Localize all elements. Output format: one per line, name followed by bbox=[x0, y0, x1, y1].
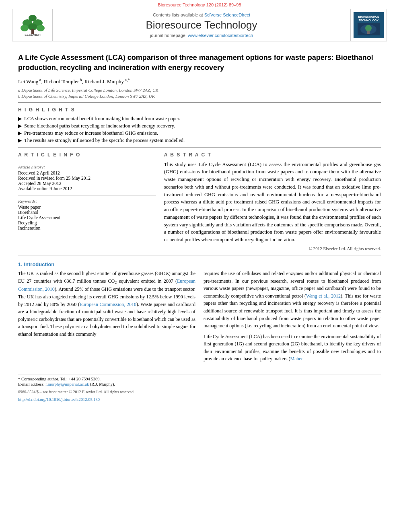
affil-sup-b: b bbox=[79, 78, 82, 82]
highlight-arrow-4: ▶ bbox=[18, 138, 22, 144]
keyword-5: Incineration bbox=[18, 226, 156, 230]
header-center: Contents lists available at SciVerse Sci… bbox=[53, 9, 350, 41]
revised-date: Received in revised form 25 May 2012 bbox=[18, 176, 156, 181]
intro-para2: requires the use of cellulases and relat… bbox=[204, 270, 381, 330]
doi-link[interactable]: http://dx.doi.org/10.1016/j.biortech.201… bbox=[18, 397, 100, 402]
email-link[interactable]: r.murphy@imperial.ac.uk bbox=[45, 382, 89, 386]
accepted-date: Accepted 28 May 2012 bbox=[18, 181, 156, 186]
divider-after-highlights bbox=[18, 148, 381, 148]
badge-line2: TECHNOLOGY bbox=[359, 18, 378, 22]
received-date: Received 2 April 2012 bbox=[18, 170, 156, 175]
link-wang-2012[interactable]: Wang et al., 2012 bbox=[306, 293, 341, 299]
highlight-arrow-2: ▶ bbox=[18, 123, 22, 129]
homepage-link[interactable]: www.elsevier.com/locate/biortech bbox=[188, 33, 253, 38]
copyright-notice: © 2012 Elsevier Ltd. All rights reserved… bbox=[164, 246, 381, 251]
svg-point-3 bbox=[21, 25, 29, 31]
journal-header: ELSEVIER Contents lists available at Sci… bbox=[12, 9, 387, 41]
intro-heading: 1. Introduction bbox=[18, 261, 381, 267]
divider-after-affiliations bbox=[18, 103, 381, 103]
keyword-4: Recycling bbox=[18, 220, 156, 225]
journal-reference: Bioresource Technology 120 (2012) 89–98 bbox=[0, 0, 399, 9]
keywords-block: Keywords: Waste paper Bioethanol Life Cy… bbox=[18, 199, 156, 230]
email-note: E-mail address: r.murphy@imperial.ac.uk … bbox=[18, 382, 381, 386]
intro-col2: requires the use of cellulases and relat… bbox=[204, 270, 381, 366]
keyword-1: Waste paper bbox=[18, 205, 156, 210]
footer-section: * Corresponding author. Tel.: +44 20 759… bbox=[18, 374, 381, 402]
keyword-3: Life Cycle Assessment bbox=[18, 215, 156, 220]
article-info-column: A R T I C L E I N F O Article history: R… bbox=[18, 152, 156, 251]
keyword-2: Bioethanol bbox=[18, 210, 156, 215]
badge-line1: BIORESOURCE bbox=[358, 15, 379, 18]
divider-before-intro bbox=[18, 255, 381, 255]
intro-col1: The UK is ranked as the second highest e… bbox=[18, 270, 195, 366]
highlight-text-3: Pre-treatments may reduce or increase bi… bbox=[24, 130, 158, 136]
main-content: A Life Cycle Assessment (LCA) comparison… bbox=[0, 41, 399, 406]
introduction-section: 1. Introduction The UK is ranked as the … bbox=[18, 261, 381, 366]
page-footer-doi: http://dx.doi.org/10.1016/j.biortech.201… bbox=[18, 397, 381, 402]
link-mabee[interactable]: Mabee bbox=[290, 356, 304, 362]
highlight-text-1: LCA shows environmental benefit from mak… bbox=[24, 116, 180, 122]
article-history-block: Article history: Received 2 April 2012 R… bbox=[18, 164, 156, 191]
abstract-title: A B S T R A C T bbox=[164, 152, 381, 158]
intro-two-col: The UK is ranked as the second highest e… bbox=[18, 270, 381, 366]
elsevier-logo-container: ELSEVIER bbox=[12, 9, 53, 41]
highlights-label: H I G H L I G H T S bbox=[18, 107, 381, 113]
article-info-abstract: A R T I C L E I N F O Article history: R… bbox=[18, 152, 381, 251]
authors-line: Lei Wang a, Richard Templer b, Richard J… bbox=[18, 78, 381, 85]
highlights-section: H I G H L I G H T S ▶ LCA shows environm… bbox=[18, 107, 381, 144]
elsevier-tree-icon: ELSEVIER bbox=[19, 14, 47, 36]
online-date: Available online 9 June 2012 bbox=[18, 186, 156, 191]
abstract-column: A B S T R A C T This study uses Life Cyc… bbox=[164, 152, 381, 251]
highlight-text-2: Some bioethanol paths beat recycling or … bbox=[24, 123, 175, 129]
intro-para1: The UK is ranked as the second highest e… bbox=[18, 270, 195, 338]
affiliation-a: a Department of Life Science, Imperial C… bbox=[18, 88, 381, 92]
intro-para3: Life Cycle Assessment (LCA) has been use… bbox=[204, 333, 381, 363]
svg-point-10 bbox=[365, 25, 372, 31]
highlight-arrow-3: ▶ bbox=[18, 130, 22, 136]
highlight-item-1: ▶ LCA shows environmental benefit from m… bbox=[18, 116, 381, 122]
author-templer: Richard Templer bbox=[44, 79, 79, 85]
bioresource-badge: BIORESOURCE TECHNOLOGY bbox=[354, 12, 384, 38]
highlight-text-4: The results are strongly influenced by t… bbox=[24, 138, 185, 144]
keywords-label: Keywords: bbox=[18, 199, 156, 203]
journal-name-heading: Bioresource Technology bbox=[146, 19, 257, 31]
divider-keywords bbox=[18, 195, 156, 195]
history-label: Article history: bbox=[18, 164, 156, 169]
sciverse-line: Contents lists available at SciVerse Sci… bbox=[153, 12, 250, 17]
author-murphy: Richard J. Murphy bbox=[84, 79, 124, 85]
highlight-item-2: ▶ Some bioethanol paths beat recycling o… bbox=[18, 123, 381, 129]
affil-sup-a2: a,* bbox=[124, 78, 130, 82]
corresponding-author-note: * Corresponding author. Tel.: +44 20 759… bbox=[18, 377, 381, 381]
journal-homepage-line: journal homepage: www.elsevier.com/locat… bbox=[150, 33, 253, 38]
divider-info bbox=[18, 161, 156, 161]
highlight-item-4: ▶ The results are strongly influenced by… bbox=[18, 138, 381, 144]
highlight-arrow-1: ▶ bbox=[18, 116, 22, 122]
svg-rect-11 bbox=[367, 31, 370, 34]
affil-sup-a1: a bbox=[38, 78, 41, 82]
affiliation-b: b Department of Chemistry, Imperial Coll… bbox=[18, 94, 381, 99]
sciverse-link[interactable]: SciVerse ScienceDirect bbox=[204, 12, 250, 17]
svg-point-5 bbox=[37, 25, 45, 31]
highlight-item-3: ▶ Pre-treatments may reduce or increase … bbox=[18, 130, 381, 136]
link-european-commission-2010-1[interactable]: European Commission, 2010 bbox=[18, 278, 195, 292]
abstract-text: This study uses Life Cycle Assessment (L… bbox=[164, 161, 381, 244]
svg-text:ELSEVIER: ELSEVIER bbox=[25, 33, 41, 36]
author-wang: Lei Wang bbox=[18, 79, 38, 85]
link-european-commission-2010-2[interactable]: European Commission, 2010 bbox=[80, 302, 136, 307]
article-info-title: A R T I C L E I N F O bbox=[18, 152, 156, 158]
page-footer-issn: 0960-8524/$ – see front matter © 2012 El… bbox=[18, 390, 381, 394]
bioresource-badge-container: BIORESOURCE TECHNOLOGY bbox=[350, 9, 387, 41]
badge-image bbox=[358, 23, 380, 35]
article-title: A Life Cycle Assessment (LCA) comparison… bbox=[18, 53, 381, 73]
